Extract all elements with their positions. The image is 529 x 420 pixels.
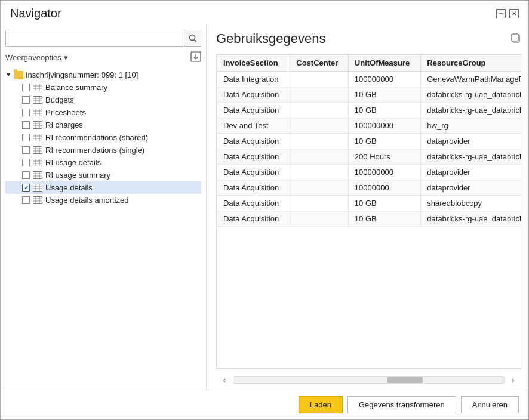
tree-item-balance-summary[interactable]: Balance summary	[5, 81, 201, 94]
checkbox-ri-recommendations-shared[interactable]	[22, 134, 30, 141]
tree-item-ri-recommendations-single[interactable]: RI recommendations (single)	[5, 144, 201, 156]
right-header: Gebruiksgegevens	[216, 31, 521, 47]
navigator-window: Navigator ─ ✕ Weergaveopties	[0, 0, 529, 420]
cell-unitofmeasure: 100000000	[348, 165, 420, 180]
cell-costcenter	[290, 180, 349, 196]
table-icon-usage-details-amortized	[32, 196, 43, 205]
cell-invoicesection: Data Acquisition	[217, 196, 290, 211]
cell-unitofmeasure: 10000000	[348, 180, 420, 196]
scroll-right-arrow[interactable]: ›	[507, 374, 519, 386]
checkbox-budgets[interactable]	[22, 96, 30, 104]
tree-item-label-ri-usage-details: RI usage details	[45, 158, 101, 167]
checkbox-usage-details-amortized[interactable]	[22, 196, 30, 204]
cell-resourcegroup: dataprovider	[421, 180, 521, 196]
cell-costcenter	[290, 149, 349, 165]
cell-invoicesection: Data Acquisition	[217, 134, 290, 149]
table-icon-usage-details	[32, 184, 43, 192]
tree-root-label: Inschrijvingsnummer:	[26, 70, 99, 79]
cell-costcenter	[290, 196, 349, 211]
tree-item-label-ri-recommendations-shared: RI recommendations (shared)	[45, 133, 148, 142]
cell-invoicesection: Dev and Test	[217, 118, 290, 134]
checkbox-pricesheets[interactable]	[22, 109, 30, 116]
search-button[interactable]	[184, 30, 201, 47]
svg-rect-9	[33, 97, 42, 104]
tree-item-ri-recommendations-shared[interactable]: RI recommendations (shared)	[5, 131, 201, 144]
scroll-thumb	[387, 377, 423, 383]
table-row: Data Acquisition10 GBsharedblobcopy	[217, 196, 522, 211]
title-bar: Navigator ─ ✕	[1, 1, 528, 24]
checkbox-ri-charges[interactable]	[22, 121, 30, 129]
tree-item-label-balance-summary: Balance summary	[45, 83, 107, 92]
cell-unitofmeasure: 10 GB	[348, 196, 420, 211]
cell-resourcegroup: databricks-rg-uae_databricks-	[421, 103, 521, 118]
cell-resourcegroup: dataprovider	[421, 165, 521, 180]
close-button[interactable]: ✕	[509, 9, 519, 18]
cell-resourcegroup: GenevaWarmPathManageRG	[421, 72, 521, 87]
main-content: Weergaveopties ▾ Inschrijvingsnummer:	[1, 24, 528, 390]
chevron-down-icon: ▾	[64, 53, 68, 62]
table-head: InvoiceSectionCostCenterUnitOfMeasureRes…	[217, 55, 522, 72]
tree-item-budgets[interactable]: Budgets	[5, 94, 201, 106]
cell-costcenter	[290, 134, 349, 149]
svg-rect-34	[33, 159, 42, 166]
cell-unitofmeasure: 200 Hours	[348, 149, 420, 165]
table-row: Dev and Test100000000hw_rg	[217, 118, 522, 134]
scroll-track[interactable]	[233, 376, 505, 384]
weergave-button[interactable]: Weergaveopties ▾	[5, 53, 68, 62]
svg-rect-24	[33, 134, 42, 141]
cell-resourcegroup: databricks-rg-uae_databricks-	[421, 87, 521, 103]
tree-root-value: 099: 1 [10]	[102, 70, 138, 79]
tree-item-ri-charges[interactable]: RI charges	[5, 119, 201, 131]
cell-unitofmeasure: 100000000	[348, 118, 420, 134]
tree-area: Inschrijvingsnummer: 099: 1 [10] Balance…	[5, 69, 201, 385]
cell-costcenter	[290, 103, 349, 118]
cell-unitofmeasure: 10 GB	[348, 134, 420, 149]
table-icon-ri-charges	[32, 121, 43, 129]
cell-resourcegroup: databricks-rg-uae_databricks-	[421, 149, 521, 165]
cancel-button[interactable]: Annuleren	[461, 396, 519, 413]
svg-rect-55	[512, 34, 518, 41]
cell-invoicesection: Data Acquisition	[217, 180, 290, 196]
table-icon-ri-usage-details	[32, 159, 43, 167]
svg-rect-14	[33, 109, 42, 116]
minimize-button[interactable]: ─	[496, 9, 506, 18]
search-input[interactable]	[5, 30, 184, 47]
window-title: Navigator	[10, 7, 61, 20]
tree-item-ri-usage-details[interactable]: RI usage details	[5, 156, 201, 169]
cell-invoicesection: Data Acquisition	[217, 149, 290, 165]
svg-rect-29	[33, 147, 42, 154]
cell-invoicesection: Data Acquisition	[217, 103, 290, 118]
tree-root: Inschrijvingsnummer: 099: 1 [10]	[5, 69, 201, 81]
tree-item-ri-usage-summary[interactable]: RI usage summary	[5, 169, 201, 181]
transform-button[interactable]: Gegevens transformeren	[347, 396, 456, 413]
svg-rect-44	[33, 184, 42, 192]
load-button[interactable]: Laden	[299, 396, 343, 413]
copy-icon[interactable]	[510, 33, 521, 45]
cell-unitofmeasure: 10 GB	[348, 87, 420, 103]
checkbox-ri-usage-summary[interactable]	[22, 171, 30, 179]
checkbox-ri-recommendations-single[interactable]	[22, 146, 30, 154]
checkbox-balance-summary[interactable]	[22, 84, 30, 91]
export-icon[interactable]	[190, 51, 201, 64]
cell-costcenter	[290, 72, 349, 87]
search-icon	[189, 34, 197, 42]
table-row: Data Acquisition200 Hoursdatabricks-rg-u…	[217, 149, 522, 165]
table-body: Data Integration100000000GenevaWarmPathM…	[217, 72, 522, 227]
col-header-invoicesection: InvoiceSection	[217, 55, 290, 72]
table-icon-balance-summary	[32, 84, 43, 92]
tree-item-usage-details[interactable]: Usage details	[5, 181, 201, 194]
checkbox-usage-details[interactable]	[22, 184, 30, 192]
tree-item-label-ri-charges: RI charges	[45, 121, 83, 129]
tree-item-usage-details-amortized[interactable]: Usage details amortized	[5, 194, 201, 206]
cell-invoicesection: Data Acquisition	[217, 87, 290, 103]
checkbox-ri-usage-details[interactable]	[22, 159, 30, 166]
cell-costcenter	[290, 211, 349, 227]
table-row: Data Acquisition10 GBdatabricks-rg-uae_d…	[217, 211, 522, 227]
tree-item-pricesheets[interactable]: Pricesheets	[5, 106, 201, 119]
tree-item-label-budgets: Budgets	[45, 95, 74, 104]
table-icon-ri-recommendations-single	[32, 146, 43, 155]
table-icon-pricesheets	[32, 109, 43, 117]
tree-item-label-ri-recommendations-single: RI recommendations (single)	[45, 146, 144, 155]
scroll-left-arrow[interactable]: ‹	[219, 374, 230, 386]
folder-icon	[14, 71, 23, 79]
